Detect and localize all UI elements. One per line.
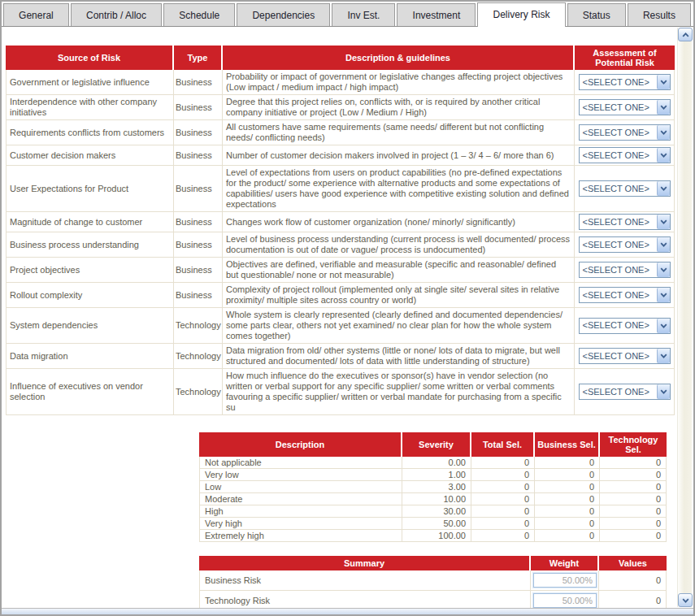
tab-delivery-risk[interactable]: Delivery Risk	[477, 2, 565, 27]
chevron-down-icon	[657, 349, 670, 363]
risk-type-cell: Business	[174, 95, 223, 120]
severity-row: Very high50.00000	[199, 518, 667, 530]
risk-assessment-cell: <SELECT ONE>	[575, 308, 675, 344]
risk-assessment-table: Source of RiskTypeDescription & guidelin…	[6, 46, 675, 415]
assessment-select[interactable]: <SELECT ONE>	[579, 348, 671, 364]
chevron-down-icon	[657, 181, 670, 196]
assessment-select[interactable]: <SELECT ONE>	[579, 384, 671, 400]
risk-table-row: Data migrationTechnologyData migration f…	[6, 344, 675, 369]
risk-assessment-cell: <SELECT ONE>	[575, 145, 675, 166]
weight-input[interactable]	[533, 573, 597, 588]
severity-business-cell: 0	[535, 530, 600, 542]
assessment-select-value: <SELECT ONE>	[580, 387, 657, 397]
severity-total-cell: 0	[471, 469, 535, 481]
assessment-select-value: <SELECT ONE>	[580, 351, 657, 362]
risk-source-cell: Magnitude of change to customer	[6, 212, 174, 232]
chevron-up-icon	[682, 33, 689, 37]
risk-assessment-cell: <SELECT ONE>	[575, 120, 675, 145]
risk-source-cell: Project objectives	[6, 258, 174, 283]
tab-general[interactable]: General	[3, 3, 69, 26]
assessment-select[interactable]: <SELECT ONE>	[579, 74, 671, 90]
severity-description-cell: Very low	[199, 469, 402, 481]
severity-technology-cell: 0	[600, 481, 667, 493]
severity-business-cell: 0	[535, 469, 600, 481]
tab-dependencies[interactable]: Dependencies	[237, 3, 330, 26]
assessment-select[interactable]: <SELECT ONE>	[579, 147, 671, 163]
weight-input[interactable]	[533, 593, 597, 608]
assessment-select[interactable]: <SELECT ONE>	[579, 214, 671, 230]
tab-status[interactable]: Status	[567, 3, 626, 26]
risk-description-cell: Degree that this project relies on, conf…	[223, 95, 575, 120]
tab-schedule[interactable]: Schedule	[163, 3, 235, 26]
tab-inv-est[interactable]: Inv Est.	[332, 3, 395, 26]
severity-description-cell: Moderate	[199, 493, 402, 505]
summary-row: Business Risk0	[199, 570, 667, 591]
column-header-weight: Weight	[531, 556, 599, 570]
summary-value-cell: 0	[599, 570, 667, 591]
risk-assessment-cell: <SELECT ONE>	[575, 232, 675, 258]
risk-type-cell: Business	[174, 145, 223, 166]
chevron-down-icon	[657, 148, 670, 163]
risk-table-row: Influence of executives on vendor select…	[6, 369, 675, 415]
severity-description-cell: Extremely high	[199, 530, 402, 542]
assessment-select[interactable]: <SELECT ONE>	[579, 124, 671, 141]
column-header-business-sel: Business Sel.	[535, 432, 600, 457]
severity-severity-cell: 10.00	[402, 493, 471, 505]
summary-label-cell: Business Risk	[199, 570, 531, 591]
risk-source-cell: Interdependence with other company initi…	[6, 95, 174, 120]
column-header-assessment-of-potential-risk: Assessment of Potential Risk	[575, 46, 675, 70]
summary-weight-cell	[531, 570, 599, 591]
assessment-select-value: <SELECT ONE>	[580, 184, 657, 194]
severity-technology-cell: 0	[600, 457, 667, 469]
risk-table-row: Business process understandingBusinessLe…	[6, 232, 675, 258]
severity-description-cell: High	[199, 505, 402, 518]
scroll-up-button[interactable]	[678, 28, 693, 41]
assessment-select-value: <SELECT ONE>	[580, 240, 657, 250]
chevron-down-icon	[657, 319, 670, 333]
risk-assessment-cell: <SELECT ONE>	[575, 344, 675, 369]
summary-table: SummaryWeightValues Business Risk0Techno…	[199, 556, 667, 616]
risk-source-cell: Influence of executives on vendor select…	[6, 369, 174, 415]
scrollbar[interactable]	[677, 28, 692, 607]
assessment-select[interactable]: <SELECT ONE>	[579, 236, 671, 253]
severity-total-cell: 0	[471, 481, 535, 493]
assessment-select[interactable]: <SELECT ONE>	[579, 99, 671, 115]
severity-row: High30.00000	[199, 505, 667, 518]
severity-row: Low3.00000	[199, 481, 667, 493]
assessment-select-value: <SELECT ONE>	[580, 128, 657, 138]
risk-type-cell: Business	[174, 166, 223, 212]
risk-description-cell: Data migration from old/ other systems (…	[223, 344, 575, 369]
scroll-down-button[interactable]	[678, 593, 693, 607]
assessment-select[interactable]: <SELECT ONE>	[579, 262, 671, 278]
tab-results[interactable]: Results	[628, 3, 691, 26]
tab-investment[interactable]: Investment	[397, 3, 476, 26]
assessment-select-value: <SELECT ONE>	[580, 77, 657, 88]
risk-type-cell: Technology	[174, 344, 223, 369]
risk-description-cell: Number of customer decision makers invol…	[223, 145, 575, 166]
risk-assessment-cell: <SELECT ONE>	[575, 283, 675, 308]
assessment-select[interactable]: <SELECT ONE>	[579, 287, 671, 303]
summary-value: 0	[656, 575, 661, 585]
risk-table-row: Interdependence with other company initi…	[6, 95, 675, 120]
risk-source-cell: System dependencies	[6, 308, 174, 344]
severity-technology-cell: 0	[600, 469, 667, 481]
risk-assessment-cell: <SELECT ONE>	[575, 95, 675, 120]
tab-contrib-alloc[interactable]: Contrib / Alloc	[71, 3, 162, 26]
severity-total-cell: 0	[471, 493, 535, 505]
severity-description-cell: Low	[199, 481, 402, 493]
severity-business-cell: 0	[535, 518, 600, 530]
assessment-select[interactable]: <SELECT ONE>	[579, 180, 671, 197]
assessment-select-value: <SELECT ONE>	[580, 150, 657, 161]
chevron-down-icon	[657, 237, 670, 252]
severity-table-header-row: DescriptionSeverityTotal Sel.Business Se…	[199, 432, 667, 457]
summary-value: 0	[656, 596, 661, 605]
severity-severity-cell: 100.00	[402, 530, 471, 542]
risk-table-row: User Expectations for ProductBusinessLev…	[6, 166, 675, 212]
severity-business-cell: 0	[535, 493, 600, 505]
risk-description-cell: Level of expectations from users on prod…	[223, 166, 575, 212]
risk-table-row: Government or legislative influenceBusin…	[6, 70, 675, 95]
severity-total-cell: 0	[471, 518, 535, 530]
assessment-select[interactable]: <SELECT ONE>	[579, 318, 671, 334]
column-header-total-sel: Total Sel.	[471, 432, 535, 457]
severity-business-cell: 0	[535, 457, 600, 469]
